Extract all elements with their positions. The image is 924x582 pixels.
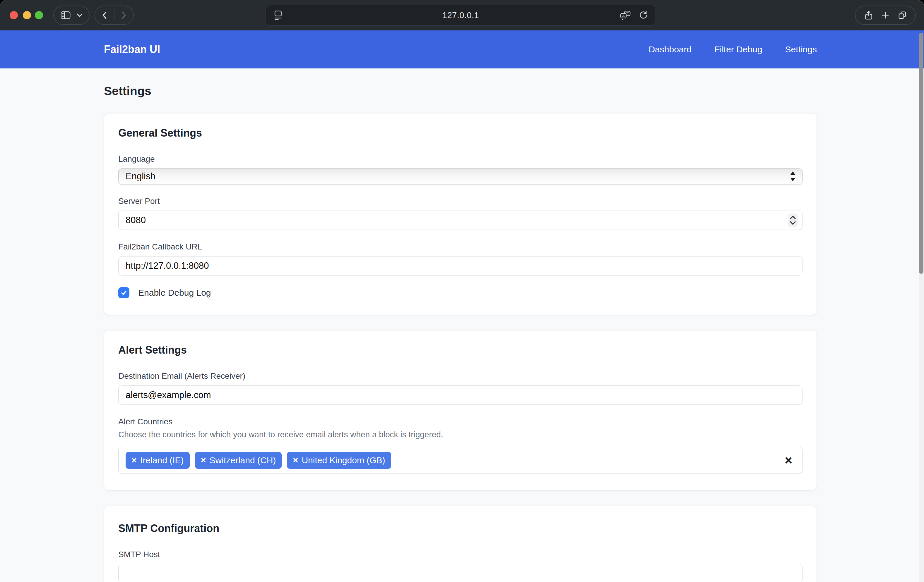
sidebar-icon [61,11,71,19]
new-tab-button[interactable] [881,12,889,19]
page-settings-button[interactable] [274,10,283,20]
scrollbar-thumb[interactable] [919,33,923,274]
remove-tag-icon[interactable]: × [293,455,298,465]
number-stepper[interactable] [788,214,798,227]
close-window-button[interactable] [10,11,18,19]
alert-countries-help: Choose the countries for which you want … [118,430,802,439]
remove-tag-icon[interactable]: × [201,455,206,465]
chevron-down-icon [77,13,82,17]
app-navbar: Fail2ban UI Dashboard Filter Debug Setti… [0,30,924,68]
back-button[interactable] [102,12,107,19]
app-brand[interactable]: Fail2ban UI [104,43,160,56]
callback-url-input[interactable] [118,256,802,276]
share-button[interactable] [864,10,873,20]
checkmark-icon [120,289,127,296]
toolbar-divider [114,10,114,20]
smtp-configuration-card: SMTP Configuration SMTP Host [104,506,817,582]
nav-link-settings[interactable]: Settings [785,44,817,54]
clear-all-icon[interactable]: × [785,454,792,467]
number-stepper-icon [789,214,797,226]
alert-countries-multiselect[interactable]: × Ireland (IE) × Switzerland (CH) × Unit… [118,447,802,474]
minimize-window-button[interactable] [23,11,31,19]
address-bar[interactable]: 127.0.0.1 A [266,5,656,26]
page-settings-icon [275,11,281,16]
smtp-host-input[interactable] [118,564,802,582]
tab-overview-button[interactable] [898,11,907,20]
language-select-value: English [125,171,155,182]
page-title: Settings [104,84,817,98]
reload-button[interactable] [639,10,648,20]
language-label: Language [118,155,802,164]
history-nav-group [94,5,134,25]
server-port-label: Server Port [118,197,802,206]
country-tag-label: United Kingdom (GB) [302,455,385,465]
toolbar-actions-group [855,5,916,25]
select-arrows-icon [790,171,796,182]
share-icon [864,10,873,20]
fullscreen-window-button[interactable] [35,11,43,19]
country-tag[interactable]: × Ireland (IE) [125,452,190,469]
reload-icon [639,10,648,20]
server-port-input[interactable] [118,210,802,230]
smtp-configuration-heading: SMTP Configuration [118,522,802,534]
remove-tag-icon[interactable]: × [132,455,137,465]
smtp-host-label: SMTP Host [118,550,802,559]
browser-window: 127.0.0.1 A [0,0,924,582]
svg-text:A: A [622,14,625,18]
general-settings-heading: General Settings [118,127,802,139]
translate-button[interactable]: A [620,10,631,20]
nav-link-dashboard[interactable]: Dashboard [648,44,691,54]
url-text[interactable]: 127.0.0.1 [266,10,655,20]
alert-countries-label: Alert Countries [118,417,802,426]
destination-email-label: Destination Email (Alerts Receiver) [118,372,802,381]
country-tag[interactable]: × United Kingdom (GB) [287,452,391,469]
debug-log-checkbox[interactable] [118,287,129,298]
alert-settings-card: Alert Settings Destination Email (Alerts… [104,330,817,490]
translate-icon: A [620,10,631,20]
nav-link-filter-debug[interactable]: Filter Debug [714,44,762,54]
alert-settings-heading: Alert Settings [118,344,802,356]
debug-log-label[interactable]: Enable Debug Log [138,288,211,298]
sidebar-toggle-button[interactable] [53,5,89,25]
country-tag[interactable]: × Switzerland (CH) [195,452,282,469]
destination-email-input[interactable] [118,385,802,405]
tabs-icon [898,11,907,20]
callback-url-label: Fail2ban Callback URL [118,242,802,252]
country-tag-label: Ireland (IE) [140,455,183,465]
browser-toolbar: 127.0.0.1 A [0,0,924,30]
country-tag-label: Switzerland (CH) [210,455,276,465]
language-select[interactable]: English [118,168,802,184]
general-settings-card: General Settings Language English Server… [104,113,817,315]
plus-icon [881,12,889,19]
forward-button[interactable] [122,12,126,19]
